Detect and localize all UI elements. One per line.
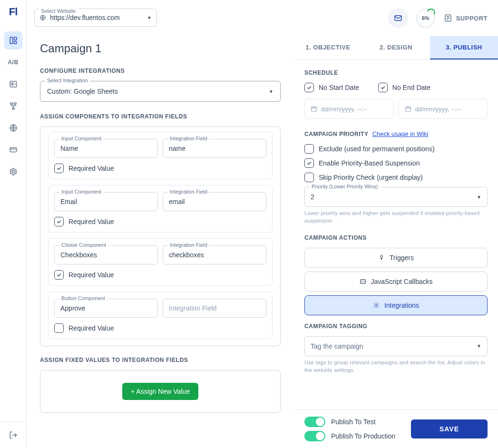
no-end-label: No End Date xyxy=(392,84,430,91)
required-checkbox[interactable] xyxy=(54,217,64,226)
fixed-values-panel: + Assign New Value xyxy=(40,370,281,413)
js-callbacks-button[interactable]: JavaScript Callbacks xyxy=(304,272,488,292)
required-label: Required Value xyxy=(68,271,114,279)
tap-icon xyxy=(378,254,385,261)
nav-billing[interactable] xyxy=(4,141,22,159)
start-date-input[interactable]: dd/mm/yyyy, --:-- xyxy=(304,99,394,119)
support-button[interactable]: SUPPORT xyxy=(444,14,488,22)
tab-publish[interactable]: 3. PUBLISH xyxy=(430,36,498,59)
website-select[interactable]: Select Website https://dev.fluentos.com … xyxy=(34,9,157,27)
exclude-checkbox[interactable] xyxy=(304,144,314,154)
nav-web[interactable] xyxy=(4,119,22,137)
component-field[interactable]: Choise ComponentCheckboxes xyxy=(54,245,158,264)
nav-settings[interactable] xyxy=(4,163,22,181)
svg-rect-5 xyxy=(10,103,13,104)
tabs: 1. OBJECTIVE 2. DESIGN 3. PUBLISH xyxy=(294,36,498,60)
tag-help: Use tags to group relevant campaigns and… xyxy=(304,359,488,374)
component-field-value: Approve xyxy=(60,304,85,312)
priority-help: Lower priority wins and higher gets susp… xyxy=(304,210,488,225)
integration-field[interactable]: Integration Fieldemail xyxy=(163,192,266,211)
publish-test-toggle[interactable] xyxy=(304,417,325,427)
nav-campaigns[interactable] xyxy=(4,31,22,49)
card-icon xyxy=(9,146,18,154)
enable-priority-checkbox[interactable] xyxy=(304,158,314,168)
tab-design[interactable]: 2. DESIGN xyxy=(362,36,430,59)
svg-rect-3 xyxy=(10,81,17,87)
triggers-button[interactable]: Triggers xyxy=(304,248,488,268)
id-card-icon xyxy=(9,80,18,88)
website-value: https://dev.fluentos.com xyxy=(50,14,143,21)
no-end-checkbox[interactable] xyxy=(378,83,388,92)
component-field-value: Email xyxy=(60,198,77,205)
component-field[interactable]: Input ComponentEmail xyxy=(54,192,158,211)
integration-select[interactable]: Select Integration Custom: Google Sheets… xyxy=(40,81,281,102)
integration-field[interactable]: Integration Fieldname xyxy=(163,139,266,158)
integrations-button[interactable]: Integrations xyxy=(304,295,488,315)
integration-field-label: Integration Field xyxy=(168,242,209,248)
nav-audience[interactable] xyxy=(4,75,22,93)
end-date-placeholder: dd/mm/yyyy, --:-- xyxy=(415,106,461,113)
bottom-bar: Publish To Test Publish To Production SA… xyxy=(294,409,498,448)
required-checkbox[interactable] xyxy=(54,164,64,173)
integration-field[interactable]: Integration Field xyxy=(163,299,266,318)
save-button[interactable]: SAVE xyxy=(411,419,488,438)
assign-new-value-button[interactable]: + Assign New Value xyxy=(122,383,198,400)
tag-select[interactable]: Tag the campaign ▼ xyxy=(304,336,488,356)
component-field-value: Name xyxy=(60,145,78,152)
required-label: Required Value xyxy=(68,165,114,172)
assign-fixed-title: ASSIGN FIXED VALUES TO INTEGRATION FIELD… xyxy=(40,357,281,363)
end-date-input[interactable]: dd/mm/yyyy, --:-- xyxy=(399,99,488,119)
required-checkbox[interactable] xyxy=(54,323,64,333)
skip-priority-checkbox[interactable] xyxy=(304,173,314,182)
mail-icon xyxy=(394,14,402,22)
no-start-checkbox[interactable] xyxy=(304,83,314,92)
actions-title: CAMPAIGN ACTIONS xyxy=(304,234,488,241)
chevron-down-icon: ▼ xyxy=(477,343,481,349)
integration-field-value: email xyxy=(169,198,185,205)
support-icon xyxy=(444,14,452,22)
tab-objective[interactable]: 1. OBJECTIVE xyxy=(294,36,362,59)
exclude-label: Exclude (used for permanent positions) xyxy=(319,145,435,153)
skip-priority-label: Skip Priority Check (urgent display) xyxy=(319,174,423,181)
components-panel: Input ComponentNameIntegration Fieldname… xyxy=(40,127,281,346)
component-field-label: Input Component xyxy=(59,189,103,195)
left-column: Select Website https://dev.fluentos.com … xyxy=(27,0,294,448)
integration-select-label: Select Integration xyxy=(45,78,90,83)
progress-value: 6% xyxy=(422,15,430,21)
component-field-label: Input Component xyxy=(59,136,103,141)
svg-rect-0 xyxy=(10,37,12,44)
flow-icon xyxy=(9,102,18,110)
start-date-placeholder: dd/mm/yyyy, --:-- xyxy=(321,106,367,113)
configure-section-title: CONFIGURE INTEGRATIONS xyxy=(40,68,281,74)
chevron-down-icon: ▼ xyxy=(147,15,152,20)
nav-logout[interactable] xyxy=(4,426,22,444)
field-row: Input ComponentNameIntegration Fieldname… xyxy=(48,132,273,179)
nav-rail: Fl A/B xyxy=(0,0,27,448)
right-topbar: 6% SUPPORT xyxy=(294,0,498,36)
component-field[interactable]: Input ComponentName xyxy=(54,139,158,158)
publish-prod-toggle[interactable] xyxy=(304,431,325,441)
priority-select[interactable]: Priority (Lower Priority Wins) 2 ▼ xyxy=(304,187,488,207)
progress-ring[interactable]: 6% xyxy=(416,9,435,28)
integration-field-value: checkboxes xyxy=(169,251,204,259)
component-field-value: Checkboxes xyxy=(60,251,97,259)
integration-field-label: Integration Field xyxy=(168,136,209,141)
integration-field[interactable]: Integration Fieldcheckboxes xyxy=(163,245,266,264)
nav-ab[interactable]: A/B xyxy=(4,53,22,71)
svg-point-4 xyxy=(11,83,13,84)
chevron-down-icon: ▼ xyxy=(269,89,273,94)
mail-button[interactable] xyxy=(389,9,408,28)
required-label: Required Value xyxy=(68,218,114,225)
left-content: Campaign 1 CONFIGURE INTEGRATIONS Select… xyxy=(27,36,294,434)
svg-rect-7 xyxy=(12,108,14,109)
integration-field-label: Integration Field xyxy=(168,189,209,195)
svg-point-10 xyxy=(12,171,14,173)
wiki-link[interactable]: Check usage in Wiki xyxy=(372,130,429,137)
integrations-label: Integrations xyxy=(384,302,419,309)
required-checkbox[interactable] xyxy=(54,270,64,280)
component-field[interactable]: Button ComponentApprove xyxy=(54,299,158,318)
nav-flows[interactable] xyxy=(4,97,22,115)
svg-rect-2 xyxy=(14,41,16,44)
integration-field-placeholder: Integration Field xyxy=(169,304,216,312)
field-row: Choise ComponentCheckboxesIntegration Fi… xyxy=(48,238,273,286)
